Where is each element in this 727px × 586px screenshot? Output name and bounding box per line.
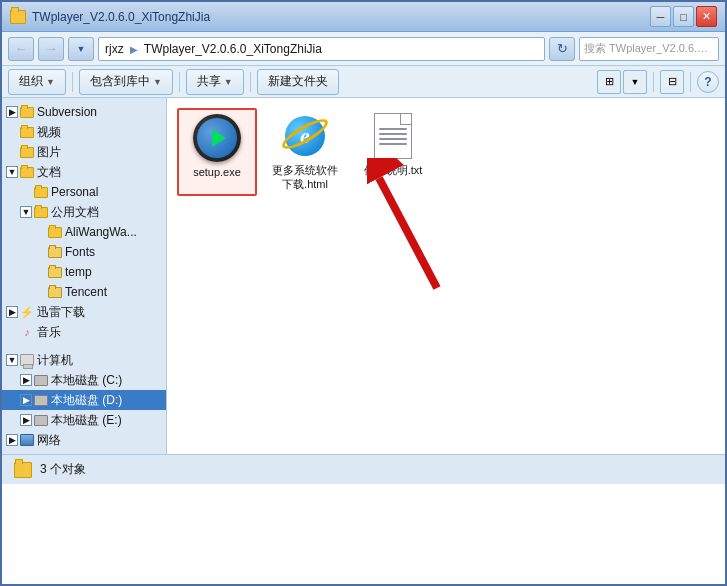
sidebar-item-label: temp: [65, 265, 92, 279]
folder-icon: [20, 107, 34, 118]
toolbar-sep-5: [690, 72, 691, 92]
expand-icon[interactable]: ▼: [20, 206, 32, 218]
play-triangle: [212, 129, 226, 147]
sidebar-item-label: 视频: [37, 124, 61, 141]
sidebar-item-tencent[interactable]: Tencent: [2, 282, 166, 302]
expand-icon[interactable]: ▼: [6, 354, 18, 366]
minimize-button[interactable]: ─: [650, 6, 671, 27]
sidebar-item-label: 音乐: [37, 324, 61, 341]
view-dropdown[interactable]: ▼: [623, 70, 647, 94]
sidebar-item-images[interactable]: 图片: [2, 142, 166, 162]
sidebar-item-label: 本地磁盘 (C:): [51, 372, 122, 389]
sidebar-item-drive-c[interactable]: ▶ 本地磁盘 (C:): [2, 370, 166, 390]
sidebar-item-label: 迅雷下载: [37, 304, 85, 321]
doc-line-3: [379, 138, 407, 140]
close-button[interactable]: ✕: [696, 6, 717, 27]
sidebar-item-aliwangwang[interactable]: AliWangWa...: [2, 222, 166, 242]
folder-icon: [34, 207, 48, 218]
organize-label: 组织: [19, 73, 43, 90]
expand-icon[interactable]: ▶: [20, 374, 32, 386]
expand-icon[interactable]: ▶: [6, 106, 18, 118]
search-box[interactable]: 搜索 TWplayer_V2.0.6.0_X...: [579, 37, 719, 61]
window-icon: [10, 10, 26, 24]
include-library-label: 包含到库中: [90, 73, 150, 90]
organize-button[interactable]: 组织 ▼: [8, 69, 66, 95]
doc-icon: [374, 113, 412, 159]
address-bar: ← → ▼ rjxz ▶ TWplayer_V2.0.6.0_XiTongZhi…: [2, 32, 725, 66]
back-button[interactable]: ←: [8, 37, 34, 61]
forward-button[interactable]: →: [38, 37, 64, 61]
sidebar-item-public-docs[interactable]: ▼ 公用文档: [2, 202, 166, 222]
share-label: 共享: [197, 73, 221, 90]
sidebar-item-fonts[interactable]: Fonts: [2, 242, 166, 262]
file-item-readme[interactable]: 使用说明.txt: [353, 108, 433, 196]
refresh-button[interactable]: ↻: [549, 37, 575, 61]
sidebar-item-label: AliWangWa...: [65, 225, 137, 239]
include-dropdown-icon: ▼: [153, 77, 162, 87]
sidebar-item-drive-e[interactable]: ▶ 本地磁盘 (E:): [2, 410, 166, 430]
sidebar-item-label: 公用文档: [51, 204, 99, 221]
breadcrumb-path: rjxz ▶ TWplayer_V2.0.6.0_XiTongZhiJia: [105, 42, 322, 56]
sidebar-item-label: 计算机: [37, 352, 73, 369]
include-library-button[interactable]: 包含到库中 ▼: [79, 69, 173, 95]
toolbar-sep-2: [179, 72, 180, 92]
toolbar-sep-1: [72, 72, 73, 92]
sidebar-item-network[interactable]: ▶ 网络: [2, 430, 166, 450]
file-name-more-software: 更多系统软件下载.html: [269, 163, 341, 192]
expand-icon[interactable]: ▶: [6, 434, 18, 446]
view-button-1[interactable]: ⊞: [597, 70, 621, 94]
maximize-button[interactable]: □: [673, 6, 694, 27]
sidebar-item-drive-d[interactable]: ▶ 本地磁盘 (D:): [2, 390, 166, 410]
details-pane-button[interactable]: ⊟: [660, 70, 684, 94]
expand-icon[interactable]: ▶: [20, 414, 32, 426]
window-controls: ─ □ ✕: [650, 6, 717, 27]
sidebar-item-music[interactable]: ♪ 音乐: [2, 322, 166, 342]
title-bar-info: TWplayer_V2.0.6.0_XiTongZhiJia: [10, 10, 210, 24]
expand-icon[interactable]: ▶: [20, 394, 32, 406]
help-button[interactable]: ?: [697, 71, 719, 93]
sidebar-item-videos[interactable]: 视频: [2, 122, 166, 142]
status-folder-icon: [14, 462, 32, 478]
title-bar: TWplayer_V2.0.6.0_XiTongZhiJia ─ □ ✕: [2, 2, 725, 32]
computer-icon: [20, 354, 34, 366]
new-folder-button[interactable]: 新建文件夹: [257, 69, 339, 95]
sidebar-item-personal[interactable]: Personal: [2, 182, 166, 202]
sidebar-item-subversion[interactable]: ▶ Subversion: [2, 102, 166, 122]
file-item-more-software[interactable]: e 更多系统软件下载.html: [265, 108, 345, 196]
sidebar-item-label: 本地磁盘 (E:): [51, 412, 122, 429]
sidebar-item-computer[interactable]: ▼ 计算机: [2, 350, 166, 370]
twplayer-icon: [193, 114, 241, 162]
file-item-setup[interactable]: setup.exe: [177, 108, 257, 196]
doc-line-4: [379, 143, 407, 145]
sidebar-item-label: 图片: [37, 144, 61, 161]
share-dropdown-icon: ▼: [224, 77, 233, 87]
sidebar-item-label: Personal: [51, 185, 98, 199]
sidebar-item-label: 文档: [37, 164, 61, 181]
music-icon: ♪: [20, 325, 34, 339]
drive-icon: [34, 375, 48, 386]
expand-icon[interactable]: ▶: [6, 306, 18, 318]
file-content-area: setup.exe e 更多系统软件下载.html: [167, 98, 725, 454]
folder-yellow-icon: [48, 247, 62, 258]
status-bar: 3 个对象: [2, 454, 725, 484]
sidebar-item-label: 网络: [37, 432, 61, 449]
new-folder-label: 新建文件夹: [268, 73, 328, 90]
share-button[interactable]: 共享 ▼: [186, 69, 244, 95]
toolbar-sep-3: [250, 72, 251, 92]
sidebar-item-documents[interactable]: ▼ 文档: [2, 162, 166, 182]
sidebar-item-temp[interactable]: temp: [2, 262, 166, 282]
drive-icon: [34, 415, 48, 426]
toolbar-sep-4: [653, 72, 654, 92]
sidebar-item-label: 本地磁盘 (D:): [51, 392, 122, 409]
doc-line-2: [379, 133, 407, 135]
network-icon: [20, 434, 34, 446]
doc-line-1: [379, 128, 407, 130]
address-breadcrumb[interactable]: rjxz ▶ TWplayer_V2.0.6.0_XiTongZhiJia: [98, 37, 545, 61]
window-title: TWplayer_V2.0.6.0_XiTongZhiJia: [32, 10, 210, 24]
expand-icon[interactable]: ▼: [6, 166, 18, 178]
search-placeholder: 搜索 TWplayer_V2.0.6.0_X...: [584, 41, 714, 56]
recent-locations-button[interactable]: ▼: [68, 37, 94, 61]
drive-icon: [34, 395, 48, 406]
sidebar-item-label: Tencent: [65, 285, 107, 299]
sidebar-item-xunlei[interactable]: ▶ ⚡ 迅雷下载: [2, 302, 166, 322]
